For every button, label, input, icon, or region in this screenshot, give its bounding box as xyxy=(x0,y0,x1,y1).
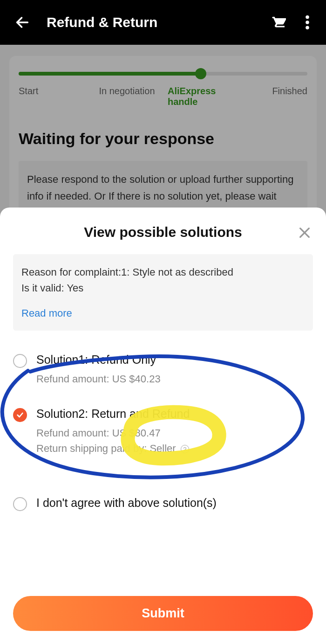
option-amount: Refund amount: US $80.47 xyxy=(36,425,313,441)
reason-box: Reason for complaint:1: Style not as des… xyxy=(13,254,313,331)
submit-button[interactable]: Submit xyxy=(13,596,313,631)
option-shipping: Return shipping paid by: Seller ? xyxy=(36,441,313,456)
option-return-and-refund[interactable]: Solution2: Return and Refund Refund amou… xyxy=(13,399,313,468)
cart-icon[interactable] xyxy=(266,14,289,31)
svg-point-2 xyxy=(306,21,309,24)
radio-unchecked-icon[interactable] xyxy=(13,497,27,511)
radio-unchecked-icon[interactable] xyxy=(13,354,27,368)
options-list: Solution1: Refund Only Refund amount: US… xyxy=(13,345,313,523)
read-more-link[interactable]: Read more xyxy=(21,305,305,321)
reason-line-2: Is it valid: Yes xyxy=(21,280,305,296)
option-title: Solution2: Return and Refund xyxy=(36,407,313,421)
option-amount: Refund amount: US $40.23 xyxy=(36,371,313,387)
help-icon[interactable]: ? xyxy=(181,445,189,453)
close-icon[interactable] xyxy=(296,224,313,241)
page-title: Refund & Return xyxy=(47,14,266,30)
sheet-title: View possible solutions xyxy=(84,224,242,240)
more-icon[interactable] xyxy=(300,15,315,29)
radio-checked-icon[interactable] xyxy=(13,408,27,422)
shipping-label: Return shipping paid by: xyxy=(36,443,149,454)
svg-point-3 xyxy=(306,26,309,30)
option-title: Solution1: Refund Only xyxy=(36,353,313,367)
shipping-value: Seller xyxy=(149,443,176,454)
back-icon[interactable] xyxy=(11,11,34,34)
app-bar: Refund & Return xyxy=(0,0,326,45)
option-disagree[interactable]: I don't agree with above solution(s) xyxy=(13,468,313,523)
option-title: I don't agree with above solution(s) xyxy=(36,496,313,510)
reason-line-1: Reason for complaint:1: Style not as des… xyxy=(21,264,305,280)
svg-point-1 xyxy=(306,15,309,19)
option-refund-only[interactable]: Solution1: Refund Only Refund amount: US… xyxy=(13,345,313,399)
solutions-sheet: View possible solutions Reason for compl… xyxy=(0,208,326,644)
